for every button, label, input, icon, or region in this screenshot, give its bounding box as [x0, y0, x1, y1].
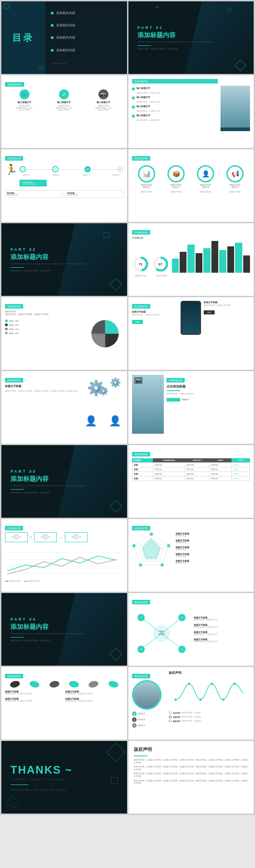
p-desc-4: 添加文字内容 — [176, 555, 250, 557]
pentagon-svg: 1 2 3 4 5 — [132, 532, 171, 571]
data-table: 内容标题 COMPARISON PRODUCT PRICE TITLE 标题1 … — [132, 458, 250, 481]
wave-circle-bg — [133, 682, 160, 708]
pie-chart — [87, 301, 123, 366]
slide-network: 添加标题内容 THE TITLE 1 2 3 4 — [128, 593, 254, 666]
wave-dot-1 — [169, 711, 172, 714]
cell: 添加内容 — [153, 472, 185, 476]
circle-icon-3: 👤 — [197, 165, 214, 182]
svg-point-43 — [222, 699, 224, 701]
legend-item-1: 标题1 • 30% — [5, 319, 83, 322]
runner-icon: 🏃 — [5, 164, 17, 176]
toc-item-label: 添加相关内容 — [56, 35, 75, 40]
wave-items: 安全声明 添加文字内容，点击输入 免责声明 添加文字内容，点击输入 版权声明 添… — [169, 711, 250, 722]
part04-title: 添加标题内容 — [10, 623, 120, 631]
wave-icons: ◎ 添加文字 ◎ 添加文字 ◎ 添加文字 — [132, 711, 166, 728]
legend-2: 标题文字内容 — [24, 580, 39, 582]
p-label-4: 标题文字标题 添加文字内容 — [176, 553, 250, 557]
part03-number: PART 03 — [10, 469, 120, 474]
toc-title: 目录 — [12, 32, 34, 44]
legend-1: 标题文字内容 — [5, 580, 20, 582]
building-grid — [221, 86, 250, 131]
legend-label-3: 标题3 • 25% — [9, 328, 19, 330]
bg-hex2 — [6, 796, 19, 808]
slide-thanks: THANKS ~ CONTENT ABOUT YOUR LOOK 添加文字内容，… — [1, 741, 127, 814]
diamond-icon — [131, 105, 135, 109]
col-header-2: COMPARISON — [153, 458, 185, 463]
social-desc: 标题文字内容添加文字内容，点击输入文字内容 — [52, 105, 77, 111]
timeline-row: 🏃 01 02 03 04 添加文字 添加文字 添加文字 添加文字 — [5, 166, 123, 186]
circle-icon-4: 📢 — [226, 165, 244, 182]
gear-icon-small: ⚙️ — [98, 386, 108, 396]
part04-line — [10, 637, 24, 638]
slide-mobile: 添加标题内容 标准文字标题 添加文字内容，点击输入文字内容 按钮 标准文字标题 … — [128, 297, 254, 370]
table-head: 内容标题 COMPARISON PRODUCT PRICE TITLE — [132, 458, 250, 463]
bullet-label: 输入标题文字 — [137, 87, 150, 89]
wave-dot-2 — [169, 716, 172, 718]
footprint-5 — [88, 680, 99, 688]
cell: ★★★ — [231, 463, 250, 467]
deco-dot — [156, 6, 158, 9]
part04-content: PART 04 添加标题内容 PLEASE ENTER YOUR TEXT HE… — [10, 617, 120, 642]
toc-item-label: 添加相关内容 — [56, 48, 75, 53]
fp-desc-2: 添加文字内容，点击输入文字内容 — [65, 693, 123, 695]
p-desc-5: 添加文字内容 — [176, 562, 250, 564]
net-label-2: 标题文字标题 添加文字内容，点击输入文字 — [194, 623, 250, 628]
svg-text:3: 3 — [161, 564, 162, 566]
cell: 标题3 — [132, 472, 153, 476]
p-desc-1: 添加文字内容 — [176, 535, 250, 537]
bar-5 — [203, 248, 210, 273]
gears-text: 添加标题内容 标题文字标题 添加文字内容，点击输入文字内容，点击输入文字内容，点… — [5, 375, 79, 440]
cell: 添加内容 — [185, 472, 210, 476]
step-node: 01 — [20, 166, 26, 172]
svg-text:1: 1 — [150, 534, 151, 535]
bullet-label: 输入标题文字 — [137, 114, 150, 117]
slide-building-camera: 📷 添加标题内容 点击添加标题 添加文字内容，点击输入文字内容 标题文字 — [128, 371, 254, 444]
table-row: 标题2 添加内容 添加内容 添加内容 ★★★ — [132, 467, 250, 472]
flow-box-2: WRITEHERE YOURTITLE — [34, 532, 57, 542]
part04-sub2: 添加文字内容，点击输入文字内容，点击输入文字 — [10, 639, 120, 642]
net-desc-3: 添加文字内容，点击输入文字 — [194, 633, 250, 635]
mobile-btn-l[interactable]: 按钮 — [132, 320, 143, 324]
wave-left: 添加标题内容 ◎ 添加文字 ◎ 添加文字 ◎ 添加文字 — [132, 671, 166, 736]
bullet-text: 添加文字内容，点击输入文字 — [132, 92, 218, 94]
line-header: 添加标题内容 — [5, 526, 23, 530]
timeline-line — [59, 169, 85, 170]
part02-content: PART 02 添加标题内容 PLEASE ENTER YOUR TEXT HE… — [10, 247, 120, 272]
social-icons-row: 🐦 输入标题文字 标题文字内容添加文字内容，点击输入文字内容 ✓ 输入标题文字 … — [5, 89, 123, 111]
building-illustration — [221, 86, 250, 131]
cell: 添加内容 — [153, 463, 185, 467]
para-3: 添加文字内容，点击输入文字内容，点击输入文字内容，点击输入文字内容，添加文字内容… — [134, 773, 249, 778]
timeline-line — [26, 169, 52, 170]
wave-item-1: 安全声明 添加文字内容，点击输入 — [169, 711, 250, 714]
donut-labels: 标题文字内容 标题文字内容 — [132, 275, 250, 277]
slide-bullets-building: 添加标题内容 输入标题文字 添加文字内容，点击输入文字 输入标题文字 添加文字内… — [128, 75, 254, 148]
bullet-text: 添加文字内容，点击输入文字 — [132, 110, 218, 112]
pentagon-labels: 标题文字标题 添加文字内容 标题文字标题 添加文字内容 标题文字标题 添加文字内… — [176, 523, 250, 588]
wave-item-text-1: 添加文字内容，点击输入 — [181, 712, 201, 714]
part01-sub2: 添加文字内容，点击输入文字内容，点击输入文字 — [137, 48, 247, 50]
bc-bar-label: 标题文字 — [182, 398, 189, 401]
mobile-btn-r[interactable]: 按钮 — [204, 310, 215, 314]
circle-item-2: 📦 标题文字内容添加文字 — [165, 165, 187, 188]
cell: 标题1 — [132, 463, 153, 467]
part01-number: PART 01 — [137, 25, 247, 30]
step-detail: 添加标题文字 点击输入文字内容 — [20, 180, 47, 186]
part04-subtitle: PLEASE ENTER YOUR TEXT HERE AND ENJOY AD… — [10, 633, 120, 635]
slide-part04: PART 04 添加标题内容 PLEASE ENTER YOUR TEXT HE… — [1, 593, 127, 666]
social-item-instagram: 📷 输入标题文字 标题文字内容添加文字内容，点击输入文字内容 — [91, 89, 116, 111]
wave-title: 版权声明 — [169, 671, 250, 675]
text-page-title: 版权声明 — [134, 746, 249, 753]
p-label-2: 标题文字标题 添加文字内容 — [176, 539, 250, 544]
check-icon: ✓ — [59, 89, 69, 99]
part01-title: 添加标题内容 — [137, 31, 247, 39]
step-label: 添加文字 — [49, 174, 63, 176]
circles-row: 📊 标题文字内容添加文字 📦 标题文字内容添加文字 👤 标题文字内容添加文字 📢… — [132, 165, 250, 188]
bullet-2: 输入标题文字 — [132, 96, 218, 99]
pie-svg — [88, 317, 122, 351]
step-box-text: 添加文字内容 — [67, 194, 121, 196]
network-area: 添加标题内容 THE TITLE 1 2 3 4 — [132, 597, 191, 662]
part03-subtitle: PLEASE ENTER YOUR TEXT HERE AND ENJOY AD… — [10, 485, 120, 487]
circles-desc: 标题文字内容 — [195, 191, 216, 193]
footprint-3 — [49, 680, 59, 688]
step-detail-desc: 点击输入文字内容 — [22, 183, 44, 185]
